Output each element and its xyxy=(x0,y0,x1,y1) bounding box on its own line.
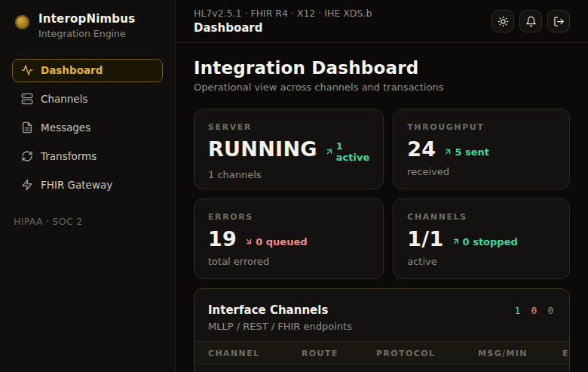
stat-sublabel: total errored xyxy=(208,256,369,267)
column-header-channel[interactable]: CHANNEL xyxy=(194,342,288,365)
sun-icon xyxy=(498,16,509,27)
stat-delta: 0 queued xyxy=(244,236,307,247)
main-area: HL7v2.5.1 · FHIR R4 · X12 · IHE XDS.b Da… xyxy=(176,0,588,372)
zap-icon xyxy=(21,179,33,191)
sidebar-item-dashboard[interactable]: Dashboard xyxy=(12,59,163,82)
compliance-badges: HIPAA · SOC 2 xyxy=(12,216,163,227)
stat-value: 1/1 xyxy=(407,229,443,250)
server-icon xyxy=(21,93,33,105)
sidebar-item-label: Transforms xyxy=(41,150,96,162)
bell-icon xyxy=(525,16,537,27)
trend-up-icon xyxy=(325,147,334,156)
topbar-actions xyxy=(492,10,570,32)
file-text-icon xyxy=(21,121,33,134)
channels-table: CHANNEL ROUTE PROTOCOL MSG/MIN ERRORS xyxy=(194,341,570,372)
topbar-title: Dashboard xyxy=(194,21,372,35)
stat-card-channels: CHANNELS 1/1 0 stopped active xyxy=(393,198,570,279)
trend-up-icon xyxy=(443,147,452,156)
trend-up-icon xyxy=(452,237,461,246)
column-header-msg-min[interactable]: MSG/MIN xyxy=(464,342,549,365)
errored-count: 0 xyxy=(531,305,537,316)
channels-table-header-row: CHANNEL ROUTE PROTOCOL MSG/MIN ERRORS xyxy=(194,342,570,365)
brand: InteropNimbus Integration Engine xyxy=(12,12,163,39)
brand-name: InteropNimbus xyxy=(38,12,135,26)
stat-delta: 1 active xyxy=(325,140,369,163)
column-header-protocol[interactable]: PROTOCOL xyxy=(363,342,464,365)
stat-label: CHANNELS xyxy=(407,212,556,222)
sidebar-nav: Dashboard Channels Messages Transforms xyxy=(12,59,163,197)
stat-delta: 5 sent xyxy=(443,146,489,158)
stat-delta-label: 1 active xyxy=(336,140,369,163)
sidebar-item-label: Messages xyxy=(41,121,90,134)
stat-delta-label: 0 queued xyxy=(256,236,307,247)
interface-channels-panel: Interface Channels MLLP / REST / FHIR en… xyxy=(194,288,570,372)
dashboard-content: Integration Dashboard Operational view a… xyxy=(176,43,588,372)
activity-icon xyxy=(21,64,33,76)
sidebar-item-messages[interactable]: Messages xyxy=(12,116,163,140)
stat-value: 24 xyxy=(407,139,436,160)
channels-panel-title: Interface Channels xyxy=(208,303,352,317)
stat-value: 19 xyxy=(208,229,237,250)
stat-label: THROUGHPUT xyxy=(407,122,556,132)
column-header-route[interactable]: ROUTE xyxy=(288,342,363,365)
stat-sublabel: 1 channels xyxy=(208,169,369,180)
sidebar-item-transforms[interactable]: Transforms xyxy=(12,145,163,168)
theme-toggle-button[interactable] xyxy=(492,10,514,32)
sidebar-item-channels[interactable]: Channels xyxy=(12,88,163,111)
stat-delta-label: 0 stopped xyxy=(463,236,518,247)
topbar: HL7v2.5.1 · FHIR R4 · X12 · IHE XDS.b Da… xyxy=(176,0,588,43)
channels-status-counts: 1 0 0 xyxy=(514,303,554,316)
app-window: InteropNimbus Integration Engine Dashboa… xyxy=(0,0,588,372)
log-out-icon xyxy=(553,16,565,27)
stat-sublabel: received xyxy=(407,166,556,177)
trend-down-icon xyxy=(244,237,253,246)
sidebar-item-label: Dashboard xyxy=(41,64,103,76)
breadcrumb: HL7v2.5.1 · FHIR R4 · X12 · IHE XDS.b xyxy=(194,8,372,20)
stat-value: RUNNING xyxy=(208,139,317,160)
sidebar-item-fhir-gateway[interactable]: FHIR Gateway xyxy=(12,174,163,197)
refresh-icon xyxy=(21,150,33,162)
stats-grid: SERVER RUNNING 1 active 1 channels THROU… xyxy=(194,109,570,279)
stat-card-server: SERVER RUNNING 1 active 1 channels xyxy=(194,109,384,189)
page-title: Integration Dashboard xyxy=(194,58,570,78)
page-subtitle: Operational view across channels and tra… xyxy=(194,81,570,93)
stat-delta-label: 5 sent xyxy=(455,146,489,158)
notifications-button[interactable] xyxy=(519,10,542,32)
running-count: 1 xyxy=(514,305,521,316)
stat-label: ERRORS xyxy=(208,212,369,222)
sidebar: InteropNimbus Integration Engine Dashboa… xyxy=(0,0,176,372)
stopped-count: 0 xyxy=(547,305,554,316)
table-row xyxy=(194,365,570,372)
logout-button[interactable] xyxy=(547,10,570,32)
sidebar-item-label: Channels xyxy=(41,93,87,105)
column-header-errors[interactable]: ERRORS xyxy=(549,342,570,365)
sidebar-item-label: FHIR Gateway xyxy=(41,179,112,191)
channels-panel-subtitle: MLLP / REST / FHIR endpoints xyxy=(208,321,352,332)
stat-card-errors: ERRORS 19 0 queued total errored xyxy=(194,198,384,279)
stat-card-throughput: THROUGHPUT 24 5 sent received xyxy=(393,109,570,189)
brand-subtitle: Integration Engine xyxy=(38,28,135,39)
stat-delta: 0 stopped xyxy=(452,236,518,247)
stat-sublabel: active xyxy=(407,256,556,267)
stat-label: SERVER xyxy=(208,122,369,132)
brand-logo-icon xyxy=(15,15,29,29)
